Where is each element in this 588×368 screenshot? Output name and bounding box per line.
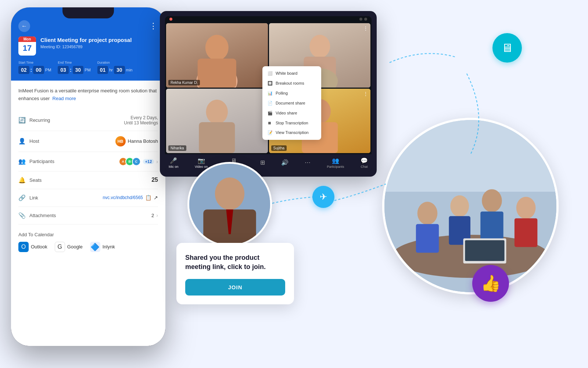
participants-chevron: › [156,159,158,164]
end-ampm: PM [85,68,91,72]
seats-value: 25 [151,177,158,183]
dot-1 [359,18,362,21]
video-share-icon: 🎬 [268,111,273,116]
link-value[interactable]: nvc.vc/indbchd/6565 [103,195,143,200]
share-icon[interactable]: ↗ [154,195,158,201]
calendar-badge: Mon 17 [18,36,36,56]
participants-icon: 👥 [332,157,339,164]
join-button[interactable]: JOIN [185,279,285,296]
end-time-label: End Time [58,61,90,64]
seats-icon: 🔔 [18,177,26,184]
read-more-link[interactable]: Read more [53,96,76,101]
polling-icon: 📊 [268,91,273,96]
tablet-status-bar [165,16,372,22]
svg-rect-23 [480,212,503,242]
tablet-mockup: Rekha Kumar D. ⋮ Grayani [160,11,377,177]
context-menu: ⬜ White board 🔲 Breakout rooms 📊 Polling… [262,66,321,140]
more-button[interactable]: ⋮ [149,21,158,31]
svg-point-20 [450,195,469,217]
phone-notch [62,7,114,18]
google-label: Google [67,244,83,250]
phone-frame: ← ⋮ Mon 17 Client Meeting for project pr… [11,7,165,346]
presenter-badge: 🖥 [492,33,522,63]
video-name-1: Rekha Kumar D. [168,80,200,85]
dur-min-label: min [126,68,133,72]
dur-hour: 01 [97,66,108,74]
start-ampm: PM [45,68,51,72]
google-calendar-button[interactable]: G Google [55,242,83,252]
participants-icon: 👥 [18,158,26,165]
outlook-calendar-button[interactable]: O Outlook [18,242,47,252]
back-button[interactable]: ← [18,20,30,32]
google-icon: G [55,242,65,252]
whiteboard-icon: ⬜ [268,71,273,76]
toolbar-grid[interactable]: ⊞ [260,159,265,167]
toolbar-video[interactable]: 📷 Video on [195,157,208,169]
video-bg-3 [166,89,268,153]
audio-icon: 🔊 [281,159,288,166]
svg-point-0 [205,35,229,61]
toolbar-chat[interactable]: 💬 Chat [361,157,368,169]
recurring-row: 🔄 Recurring Every 2 Days, Until 13 Meeti… [18,110,158,131]
copy-icon[interactable]: 📋 [145,195,151,201]
dot-2 [364,18,367,21]
send-icon: ✈ [320,192,327,202]
svg-rect-25 [514,218,537,247]
menu-breakout[interactable]: 🔲 Breakout rooms [262,78,321,88]
add-to-calendar-section: Add To Calendar O Outlook G Google 🔷 In [18,232,158,252]
chat-icon: 💬 [361,157,368,164]
video-bg-1 [166,23,268,88]
phone-inner: ← ⋮ Mon 17 Client Meeting for project pr… [11,7,165,346]
start-time-label: Start Time [18,61,51,64]
inlynk-icon: 🔷 [90,242,100,252]
participant-avatars: A B C [119,157,141,166]
svg-rect-27 [465,240,504,261]
inlynk-calendar-button[interactable]: 🔷 Inlynk [90,242,115,252]
svg-point-18 [417,202,438,224]
team-circle [382,118,559,294]
start-min: 00 [33,66,44,74]
join-dialog: Shared you the product meeting link, cli… [176,243,294,304]
menu-video-share[interactable]: 🎬 Video share [262,108,321,118]
outlook-label: Outlook [31,244,47,250]
dur-hr-label: hr [109,68,113,72]
video-cell-3: Niharika [166,89,268,153]
link-row: 🔗 Link nvc.vc/indbchd/6565 📋 ↗ [18,189,158,207]
seats-label: Seats [29,177,42,183]
person-circle [187,162,272,247]
toolbar-more[interactable]: ⋯ [305,159,311,167]
video-name-4: Sujitha [271,145,287,151]
svg-point-22 [482,189,502,212]
video-toolbar: 🎤 Mic on 📷 Video on 🖥 Screen share ⊞ 🔊 [165,154,372,171]
toolbar-participants[interactable]: 👥 Participants [327,157,344,169]
more-icon: ⋯ [305,159,311,166]
video-grid: Rekha Kumar D. ⋮ Grayani [165,22,372,154]
menu-polling[interactable]: 📊 Polling [262,88,321,98]
grid-icon: ⊞ [260,159,265,166]
dot-close [169,18,172,21]
host-label: Host [29,138,39,144]
video-name-3: Niharika [168,145,186,151]
menu-whiteboard[interactable]: ⬜ White board [262,68,321,78]
attachments-row[interactable]: 📎 Attachments 2 › [18,207,158,224]
video-more-2[interactable]: ⋮ [363,25,368,31]
menu-stop-transcription[interactable]: ⏹ Stop Transcription [262,118,321,128]
calendar-day-name: Mon [18,36,36,42]
end-hour: 03 [58,66,69,74]
svg-rect-19 [416,224,439,253]
participants-row[interactable]: 👥 Participants A B C +12 › [18,152,158,171]
toolbar-audio[interactable]: 🔊 [281,159,288,167]
mic-icon: 🎤 [170,157,177,164]
tablet-dots [359,18,367,21]
menu-view-transcription[interactable]: 📝 View Transcription [262,128,321,138]
thumbs-up-icon: 👍 [481,274,501,293]
link-icon: 🔗 [18,194,26,201]
phone-body: InMeet Fusion is a versatile enterprise … [11,81,165,346]
video-more-4[interactable]: ⋮ [363,91,368,97]
inlynk-label: Inlynk [103,244,115,250]
toolbar-mic[interactable]: 🎤 Mic on [169,157,179,169]
link-label: Link [29,195,38,201]
svg-point-24 [516,197,536,219]
menu-doc-share[interactable]: 📄 Document share [262,98,321,108]
duration-label: Duration [97,61,133,64]
